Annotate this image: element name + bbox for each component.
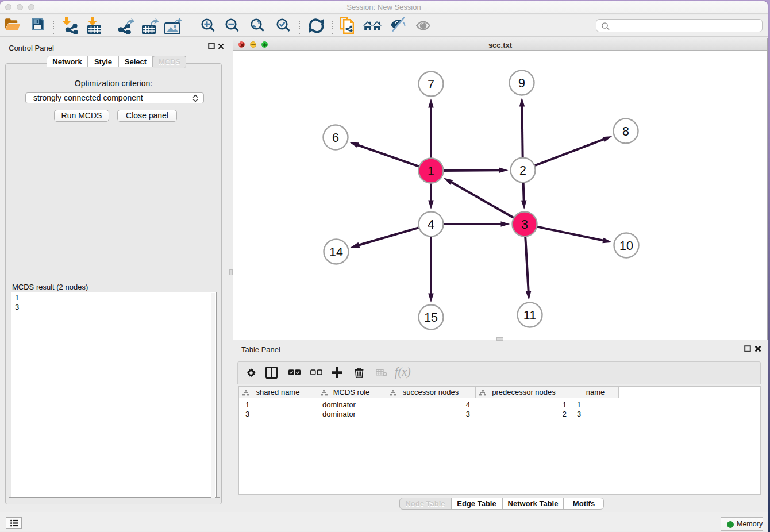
svg-text:8: 8 (622, 125, 629, 138)
svg-text:9: 9 (518, 76, 525, 90)
svg-text:3: 3 (521, 218, 528, 232)
svg-text:4: 4 (428, 218, 434, 232)
svg-text:14: 14 (329, 245, 343, 259)
svg-text:1: 1 (428, 164, 434, 178)
svg-text:11: 11 (523, 309, 536, 322)
svg-text:7: 7 (428, 78, 434, 91)
svg-text:2: 2 (519, 164, 526, 178)
svg-text:6: 6 (332, 131, 339, 145)
svg-text:10: 10 (619, 239, 633, 253)
svg-text:15: 15 (424, 311, 438, 325)
